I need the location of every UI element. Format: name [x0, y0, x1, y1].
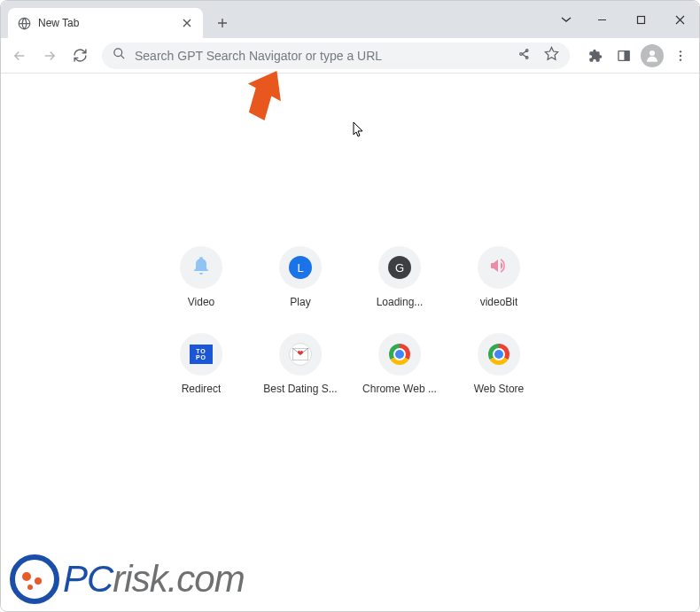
menu-button[interactable] — [667, 43, 694, 69]
megaphone-icon — [488, 255, 509, 280]
watermark-text: PCrisk.com — [63, 558, 245, 600]
shortcuts-grid: Video L Play G Loading... videoBit — [152, 246, 548, 395]
letter-icon: G — [388, 256, 411, 279]
shortcut-play[interactable]: L Play — [251, 246, 350, 308]
titlebar: New Tab — [1, 1, 699, 38]
shortcut-tile: G — [378, 246, 421, 289]
svg-point-6 — [680, 50, 681, 52]
shortcut-loading[interactable]: G Loading... — [350, 246, 449, 308]
toolbar-right — [579, 43, 694, 69]
shortcut-web-store[interactable]: Web Store — [449, 333, 548, 395]
tab-title: New Tab — [38, 17, 173, 29]
new-tab-page: Video L Play G Loading... videoBit — [1, 74, 699, 612]
side-panel-button[interactable] — [611, 43, 637, 69]
chrome-icon — [389, 344, 410, 365]
new-tab-button[interactable] — [210, 11, 235, 35]
watermark-badge-icon — [10, 554, 59, 604]
shortcut-tile: L — [279, 246, 322, 289]
reload-button[interactable] — [66, 43, 93, 69]
globe-icon — [17, 16, 31, 30]
letter-icon: L — [289, 256, 312, 279]
back-button[interactable] — [6, 43, 33, 69]
shortcut-best-dating[interactable]: Best Dating S... — [251, 333, 350, 395]
envelope-heart-icon — [289, 343, 312, 366]
shortcut-tile — [478, 333, 520, 376]
bell-icon — [191, 255, 212, 280]
extensions-button[interactable] — [582, 43, 609, 69]
omnibox-placeholder: Search GPT Search Navigator or type a UR… — [135, 49, 509, 63]
maximize-button[interactable] — [621, 1, 660, 38]
shortcut-redirect[interactable]: TOPO Redirect — [152, 333, 251, 395]
shortcut-label: Chrome Web ... — [362, 383, 437, 395]
shortcut-label: Redirect — [182, 383, 222, 395]
chrome-icon — [488, 344, 509, 365]
search-icon — [113, 47, 126, 64]
forward-button[interactable] — [36, 43, 63, 69]
shortcut-tile — [279, 333, 322, 376]
shortcut-tile: TOPO — [180, 333, 222, 376]
svg-point-8 — [680, 58, 681, 60]
shortcut-tile — [378, 333, 421, 376]
bookmark-icon[interactable] — [544, 46, 559, 65]
profile-button[interactable] — [641, 44, 664, 67]
shortcut-label: Loading... — [377, 296, 424, 308]
shortcut-label: Best Dating S... — [263, 383, 337, 395]
browser-tab[interactable]: New Tab — [8, 8, 203, 38]
svg-point-5 — [649, 50, 655, 56]
omnibox-actions — [517, 46, 559, 65]
svg-rect-4 — [625, 50, 629, 60]
shortcut-label: Play — [290, 296, 310, 308]
shortcut-label: videoBit — [480, 296, 518, 308]
window-controls — [550, 1, 699, 38]
shortcut-video[interactable]: Video — [152, 246, 251, 308]
shortcut-videobit[interactable]: videoBit — [449, 246, 548, 308]
shortcut-tile — [180, 246, 222, 289]
svg-rect-1 — [637, 16, 644, 23]
share-icon[interactable] — [517, 47, 532, 65]
svg-point-2 — [114, 49, 122, 57]
close-tab-icon[interactable] — [180, 16, 194, 30]
tab-search-button[interactable] — [550, 1, 582, 38]
minimize-button[interactable] — [582, 1, 621, 38]
svg-point-7 — [680, 54, 681, 56]
shortcut-tile — [478, 246, 520, 289]
shortcut-chrome-web[interactable]: Chrome Web ... — [350, 333, 449, 395]
watermark: PCrisk.com — [10, 554, 245, 604]
toolbar: Search GPT Search Navigator or type a UR… — [1, 38, 699, 74]
shortcut-label: Video — [188, 296, 214, 308]
address-bar[interactable]: Search GPT Search Navigator or type a UR… — [102, 43, 570, 69]
topo-icon: TOPO — [190, 345, 213, 364]
shortcut-label: Web Store — [474, 383, 524, 395]
close-window-button[interactable] — [660, 1, 699, 38]
